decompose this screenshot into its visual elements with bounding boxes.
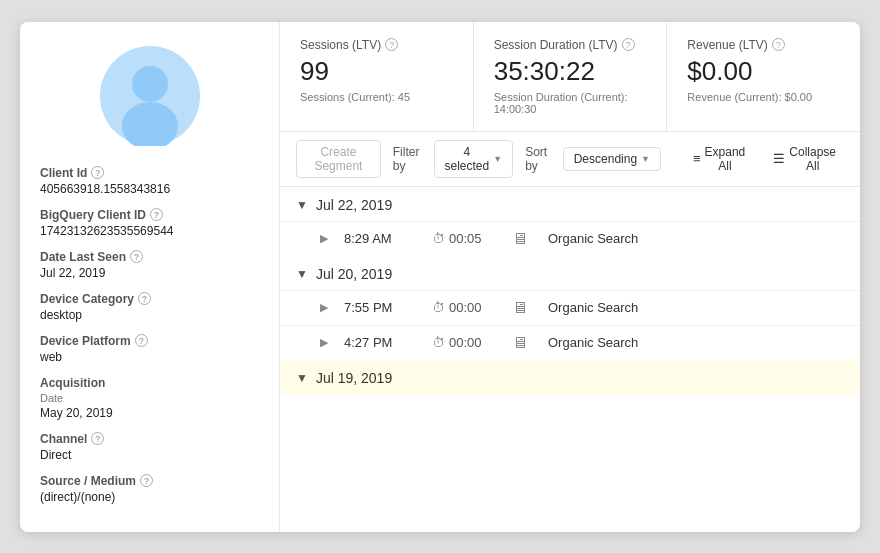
revenue-help-icon[interactable]: ? <box>772 38 785 51</box>
session-duration-value: 35:30:22 <box>494 56 647 87</box>
session-duration-help-icon[interactable]: ? <box>622 38 635 51</box>
source-medium-block: Source / Medium ? (direct)/(none) <box>40 474 153 504</box>
channel-help-icon[interactable]: ? <box>91 432 104 445</box>
session-channel: Organic Search <box>548 300 638 315</box>
session-time: 4:27 PM <box>344 335 416 350</box>
left-panel: Client Id ? 405663918.1558343816 BigQuer… <box>20 22 280 532</box>
bigquery-client-id-value: 17423132623535569544 <box>40 224 173 238</box>
revenue-value: $0.00 <box>687 56 840 87</box>
desktop-icon: 🖥 <box>508 334 532 352</box>
acquisition-date-block: Acquisition Date May 20, 2019 <box>40 376 113 420</box>
clock-icon: ⏱ <box>432 300 445 315</box>
acquisition-label: Acquisition <box>40 376 113 390</box>
date-chevron-jul19[interactable]: ▼ <box>296 371 308 385</box>
session-duration-row: ⏱ 00:00 <box>432 335 492 350</box>
device-category-label: Device Category ? <box>40 292 151 306</box>
date-chevron-jul20[interactable]: ▼ <box>296 267 308 281</box>
source-medium-value: (direct)/(none) <box>40 490 153 504</box>
create-segment-button[interactable]: Create Segment <box>296 140 381 178</box>
date-header-jul20: ▼ Jul 20, 2019 <box>280 256 860 290</box>
source-medium-help-icon[interactable]: ? <box>140 474 153 487</box>
revenue-sub: Revenue (Current): $0.00 <box>687 91 840 103</box>
filter-by-label: Filter by <box>393 145 422 173</box>
desktop-icon: 🖥 <box>508 230 532 248</box>
bigquery-client-id-block: BigQuery Client ID ? 1742313262353556954… <box>40 208 173 238</box>
device-category-value: desktop <box>40 308 151 322</box>
channel-value: Direct <box>40 448 104 462</box>
session-duration-title: Session Duration (LTV) ? <box>494 38 647 52</box>
session-duration-metric: Session Duration (LTV) ? 35:30:22 Sessio… <box>474 22 668 131</box>
session-list: ▼ Jul 22, 2019 ▶ 8:29 AM ⏱ 00:05 🖥 Organ… <box>280 187 860 532</box>
collapse-all-icon: ☰ <box>773 151 785 166</box>
date-last-seen-value: Jul 22, 2019 <box>40 266 143 280</box>
session-expand-icon[interactable]: ▶ <box>320 336 328 349</box>
session-duration-row: ⏱ 00:00 <box>432 300 492 315</box>
clock-icon: ⏱ <box>432 231 445 246</box>
metrics-row: Sessions (LTV) ? 99 Sessions (Current): … <box>280 22 860 132</box>
device-platform-value: web <box>40 350 148 364</box>
sessions-sub: Sessions (Current): 45 <box>300 91 453 103</box>
device-platform-help-icon[interactable]: ? <box>135 334 148 347</box>
date-label-jul22: Jul 22, 2019 <box>316 197 392 213</box>
date-group-jul22: ▼ Jul 22, 2019 ▶ 8:29 AM ⏱ 00:05 🖥 Organ… <box>280 187 860 256</box>
date-last-seen-label: Date Last Seen ? <box>40 250 143 264</box>
date-chevron-jul22[interactable]: ▼ <box>296 198 308 212</box>
session-row: ▶ 4:27 PM ⏱ 00:00 🖥 Organic Search <box>280 325 860 360</box>
sort-dropdown[interactable]: Descending ▼ <box>563 147 661 171</box>
toolbar: Create Segment Filter by 4 selected ▼ So… <box>280 132 860 187</box>
filter-chevron-icon: ▼ <box>493 154 502 164</box>
date-group-jul20: ▼ Jul 20, 2019 ▶ 7:55 PM ⏱ 00:00 🖥 Organ… <box>280 256 860 360</box>
svg-point-1 <box>132 66 168 102</box>
sessions-value: 99 <box>300 56 453 87</box>
revenue-metric: Revenue (LTV) ? $0.00 Revenue (Current):… <box>667 22 860 131</box>
right-panel: Sessions (LTV) ? 99 Sessions (Current): … <box>280 22 860 532</box>
session-expand-icon[interactable]: ▶ <box>320 232 328 245</box>
client-id-help-icon[interactable]: ? <box>91 166 104 179</box>
expand-all-icon: ≡ <box>693 151 701 166</box>
session-channel: Organic Search <box>548 335 638 350</box>
sort-order-value: Descending <box>574 152 637 166</box>
session-time: 8:29 AM <box>344 231 416 246</box>
expand-all-button[interactable]: ≡ Expand All <box>685 141 753 177</box>
date-header-jul22: ▼ Jul 22, 2019 <box>280 187 860 221</box>
collapse-all-button[interactable]: ☰ Collapse All <box>765 141 844 177</box>
main-card: Client Id ? 405663918.1558343816 BigQuer… <box>20 22 860 532</box>
date-label-jul20: Jul 20, 2019 <box>316 266 392 282</box>
session-time: 7:55 PM <box>344 300 416 315</box>
sessions-help-icon[interactable]: ? <box>385 38 398 51</box>
filter-dropdown[interactable]: 4 selected ▼ <box>434 140 514 178</box>
device-platform-label: Device Platform ? <box>40 334 148 348</box>
clock-icon: ⏱ <box>432 335 445 350</box>
client-id-label: Client Id ? <box>40 166 170 180</box>
session-duration-row: ⏱ 00:05 <box>432 231 492 246</box>
date-label-jul19: Jul 19, 2019 <box>316 370 392 386</box>
client-id-value: 405663918.1558343816 <box>40 182 170 196</box>
avatar <box>100 46 200 146</box>
sessions-metric: Sessions (LTV) ? 99 Sessions (Current): … <box>280 22 474 131</box>
revenue-title: Revenue (LTV) ? <box>687 38 840 52</box>
sort-chevron-icon: ▼ <box>641 154 650 164</box>
sort-by-label: Sort by <box>525 145 551 173</box>
device-category-block: Device Category ? desktop <box>40 292 151 322</box>
channel-block: Channel ? Direct <box>40 432 104 462</box>
date-last-seen-block: Date Last Seen ? Jul 22, 2019 <box>40 250 143 280</box>
filter-selected-count: 4 selected <box>445 145 490 173</box>
session-row: ▶ 8:29 AM ⏱ 00:05 🖥 Organic Search <box>280 221 860 256</box>
bigquery-client-id-label: BigQuery Client ID ? <box>40 208 173 222</box>
bigquery-help-icon[interactable]: ? <box>150 208 163 221</box>
acquisition-date-value: May 20, 2019 <box>40 406 113 420</box>
session-channel: Organic Search <box>548 231 638 246</box>
device-category-help-icon[interactable]: ? <box>138 292 151 305</box>
device-platform-block: Device Platform ? web <box>40 334 148 364</box>
date-group-jul19: ▼ Jul 19, 2019 <box>280 360 860 394</box>
sessions-title: Sessions (LTV) ? <box>300 38 453 52</box>
acquisition-sub-label: Date <box>40 392 113 404</box>
client-id-block: Client Id ? 405663918.1558343816 <box>40 166 170 196</box>
session-duration-sub: Session Duration (Current): 14:00:30 <box>494 91 647 115</box>
date-header-jul19: ▼ Jul 19, 2019 <box>280 360 860 394</box>
source-medium-label: Source / Medium ? <box>40 474 153 488</box>
date-last-seen-help-icon[interactable]: ? <box>130 250 143 263</box>
desktop-icon: 🖥 <box>508 299 532 317</box>
session-expand-icon[interactable]: ▶ <box>320 301 328 314</box>
session-row: ▶ 7:55 PM ⏱ 00:00 🖥 Organic Search <box>280 290 860 325</box>
